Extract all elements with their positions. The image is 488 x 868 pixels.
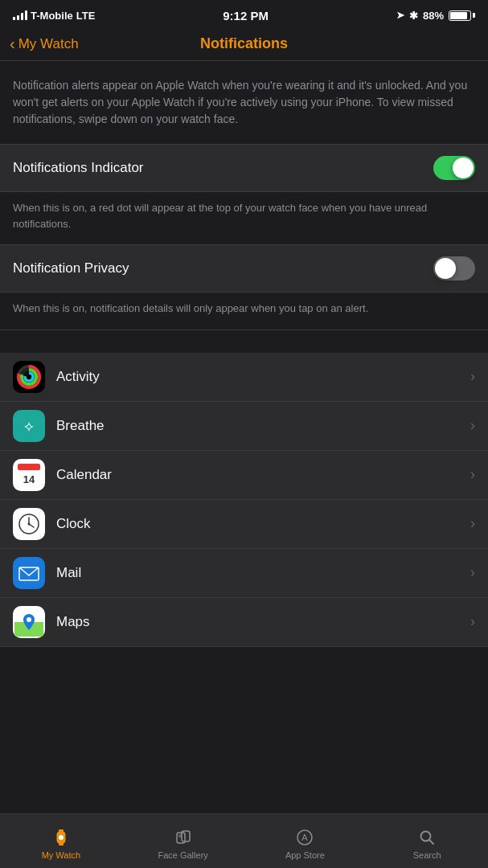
app-row-activity[interactable]: Activity › — [0, 353, 488, 402]
tab-my-watch-label: My Watch — [42, 850, 81, 860]
maps-svg — [14, 608, 43, 637]
tab-search[interactable]: Search — [366, 822, 488, 860]
svg-rect-23 — [59, 842, 64, 845]
tab-bar: My Watch Face Gallery A App Store — [0, 813, 488, 868]
back-chevron-icon: ‹ — [10, 35, 15, 51]
notifications-indicator-row: Notifications Indicator — [0, 145, 488, 192]
search-tab-icon — [416, 827, 437, 848]
status-left: T-Mobile LTE — [13, 10, 95, 22]
activity-icon — [13, 361, 45, 393]
app-name-clock: Clock — [56, 516, 470, 532]
notifications-indicator-label: Notifications Indicator — [13, 160, 144, 176]
info-text: Notification alerts appear on Apple Watc… — [13, 77, 475, 128]
breathe-icon: ⟡ — [13, 410, 45, 442]
face-gallery-icon — [173, 827, 194, 848]
svg-point-14 — [28, 522, 31, 525]
tab-face-gallery-label: Face Gallery — [158, 850, 207, 860]
time-label: 9:12 PM — [223, 9, 269, 23]
battery-icon — [449, 10, 475, 21]
app-list: Activity › ⟡ Breathe › 14 Calendar — [0, 353, 488, 647]
location-icon: ➤ — [396, 10, 404, 21]
svg-text:A: A — [302, 833, 309, 842]
network-label: LTE — [76, 10, 96, 22]
tab-app-store-label: App Store — [285, 850, 325, 860]
chevron-right-breathe: › — [470, 417, 475, 434]
app-row-breathe[interactable]: ⟡ Breathe › — [0, 402, 488, 451]
app-row-calendar[interactable]: 14 Calendar › — [0, 451, 488, 500]
tab-search-label: Search — [413, 850, 441, 860]
maps-icon — [13, 606, 45, 638]
svg-point-24 — [59, 835, 64, 840]
calendar-icon: 14 — [13, 459, 45, 491]
app-name-breathe: Breathe — [56, 418, 470, 434]
status-right: ➤ ✱ 88% — [396, 10, 475, 22]
notification-privacy-row: Notification Privacy — [0, 245, 488, 293]
notifications-indicator-toggle[interactable] — [433, 156, 475, 180]
svg-point-31 — [421, 832, 431, 841]
app-row-clock[interactable]: Clock › — [0, 500, 488, 549]
notifications-indicator-desc-text: When this is on, a red dot will appear a… — [13, 200, 475, 231]
app-name-activity: Activity — [56, 369, 470, 385]
notifications-indicator-description: When this is on, a red dot will appear a… — [0, 192, 488, 245]
breathe-svg: ⟡ — [18, 416, 39, 436]
app-name-mail: Mail — [56, 565, 470, 581]
battery-percent: 88% — [423, 10, 444, 22]
toggle-thumb — [453, 158, 474, 178]
clock-svg — [14, 510, 43, 538]
svg-rect-22 — [59, 829, 64, 833]
app-store-icon: A — [294, 827, 315, 848]
app-name-maps: Maps — [56, 614, 470, 630]
chevron-right-maps: › — [470, 613, 475, 630]
svg-text:14: 14 — [23, 473, 35, 485]
tab-app-store[interactable]: A App Store — [244, 822, 367, 860]
status-bar: T-Mobile LTE 9:12 PM ➤ ✱ 88% — [0, 0, 488, 29]
svg-rect-8 — [18, 464, 40, 470]
mail-icon — [13, 557, 45, 589]
notification-privacy-toggle[interactable] — [433, 256, 475, 280]
notification-privacy-desc-text: When this is on, notification details wi… — [13, 301, 475, 317]
info-section: Notification alerts appear on Apple Watc… — [0, 61, 488, 145]
mail-svg — [14, 559, 43, 588]
back-button[interactable]: ‹ My Watch — [10, 36, 79, 52]
chevron-right-calendar: › — [470, 466, 475, 483]
separator — [0, 330, 488, 353]
carrier-label: T-Mobile — [31, 10, 73, 22]
notification-privacy-description: When this is on, notification details wi… — [0, 293, 488, 330]
activity-rings-svg — [17, 365, 41, 389]
chevron-right-clock: › — [470, 515, 475, 532]
clock-icon — [13, 508, 45, 540]
signal-icon — [13, 10, 27, 20]
back-label: My Watch — [18, 36, 79, 52]
notification-privacy-label: Notification Privacy — [13, 260, 129, 276]
chevron-right-mail: › — [470, 564, 475, 581]
toggle-thumb-privacy — [435, 258, 456, 279]
svg-text:⟡: ⟡ — [24, 418, 34, 434]
app-row-maps[interactable]: Maps › — [0, 598, 488, 647]
nav-header: ‹ My Watch Notifications — [0, 29, 488, 61]
chevron-right-activity: › — [470, 368, 475, 385]
svg-line-32 — [430, 841, 434, 845]
app-name-calendar: Calendar — [56, 467, 470, 483]
page-title: Notifications — [200, 35, 288, 52]
app-row-mail[interactable]: Mail › — [0, 549, 488, 598]
content: Notification alerts appear on Apple Watc… — [0, 61, 488, 702]
bluetooth-icon: ✱ — [409, 10, 418, 22]
my-watch-icon — [51, 827, 72, 848]
svg-point-20 — [27, 617, 31, 622]
tab-my-watch[interactable]: My Watch — [0, 822, 122, 860]
tab-face-gallery[interactable]: Face Gallery — [122, 822, 244, 860]
calendar-svg: 14 — [14, 461, 43, 489]
